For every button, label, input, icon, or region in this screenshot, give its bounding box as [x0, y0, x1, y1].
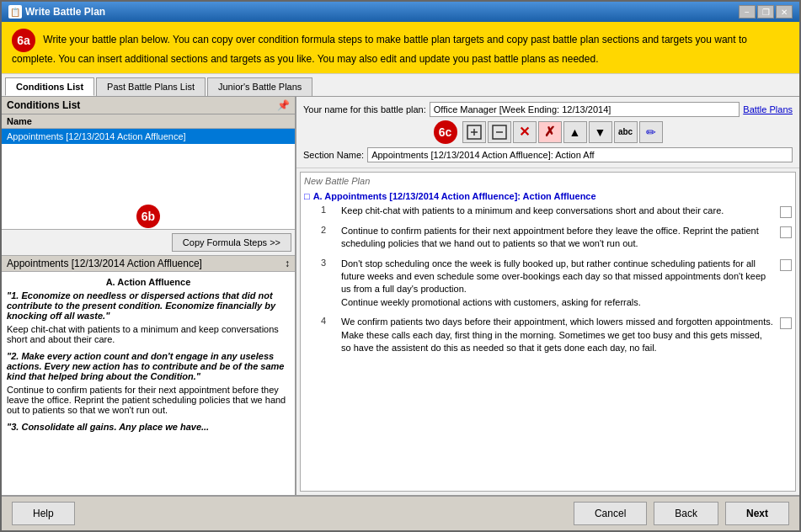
title-buttons: − ❐ ✕ [739, 5, 793, 19]
item-check-2[interactable] [780, 226, 792, 238]
plan-item-2: 2 Continue to confirm patients for their… [304, 225, 792, 251]
lower-section-title: A. Action Affluence [7, 277, 290, 287]
item-text-1: Keep chit-chat with patients to a minimu… [341, 205, 773, 217]
section-name-input[interactable] [367, 147, 793, 162]
plan-item-3: 3 Don't stop scheduling once the week is… [304, 258, 792, 310]
item-num-2: 2 [321, 225, 334, 235]
item-check-1[interactable] [780, 206, 792, 218]
info-text: Write your battle plan below. You can co… [12, 34, 747, 65]
main-window: 📋 Write Battle Plan − ❐ ✕ 6a Write your … [0, 0, 801, 532]
item-num-4: 4 [321, 316, 334, 326]
name-column-header: Name [2, 114, 295, 129]
delete-button[interactable]: ✕ [513, 121, 537, 143]
item-check-3[interactable] [780, 259, 792, 271]
minimize-button[interactable]: − [739, 5, 756, 19]
cancel-button[interactable]: Cancel [574, 502, 647, 525]
abc-button[interactable]: abc [614, 121, 638, 143]
lower-list-content[interactable]: A. Action Affluence "1. Economize on nee… [2, 272, 295, 495]
tabs-area: Conditions List Past Battle Plans List J… [2, 74, 799, 97]
lower-list-title: Appointments [12/13/2014 Action Affluenc… [7, 258, 202, 269]
formula-item-1-detail: Keep chit-chat with patients to a minimu… [7, 324, 290, 344]
section-name-label: Section Name: [303, 150, 364, 160]
move-down-button[interactable]: ▼ [589, 121, 612, 143]
main-content: Conditions List 📌 Name Appointments [12/… [2, 97, 799, 495]
item-num-3: 3 [321, 258, 334, 268]
item-text-2: Continue to confirm patients for their n… [341, 225, 773, 251]
footer-right-buttons: Cancel Back Next [574, 502, 789, 525]
tab-past-battle-plans[interactable]: Past Battle Plans List [96, 77, 206, 96]
close-button[interactable]: ✕ [776, 5, 793, 19]
right-top-controls: Your name for this battle plan: Battle P… [296, 97, 799, 168]
plan-section-header: □ A. Appointments [12/13/2014 Action Aff… [304, 191, 792, 201]
lower-scroll-arrow: ↕ [285, 258, 290, 269]
item-text-3: Don't stop scheduling once the week is f… [341, 258, 773, 310]
tab-conditions[interactable]: Conditions List [5, 77, 94, 96]
badge-6a: 6a [12, 29, 35, 52]
info-bar: 6a Write your battle plan below. You can… [2, 22, 799, 74]
help-button[interactable]: Help [12, 502, 75, 525]
right-panel: Your name for this battle plan: Battle P… [296, 97, 799, 495]
battle-plan-name-input[interactable] [430, 102, 740, 117]
plan-item-4: 4 We confirm patients two days before th… [304, 316, 792, 354]
battle-plan-title: New Battle Plan [304, 176, 792, 186]
battle-plan-area[interactable]: New Battle Plan □ A. Appointments [12/13… [300, 172, 796, 492]
pin-icon[interactable]: 📌 [277, 99, 290, 111]
name-label: Your name for this battle plan: [303, 104, 426, 114]
footer: Help Cancel Back Next [2, 495, 799, 530]
edit-button[interactable]: ✏ [639, 121, 663, 143]
formula-item-2-bold: "2. Make every action count and don't en… [7, 351, 290, 381]
name-row: Your name for this battle plan: Battle P… [303, 102, 793, 117]
collapse-icon[interactable]: □ [304, 191, 310, 201]
toolbar-row: 6c ✕ ✗ ▲ ▼ abc ✏ [303, 120, 793, 144]
conditions-list-header: Conditions List 📌 [2, 97, 295, 114]
back-button[interactable]: Back [654, 502, 718, 525]
badge-6b: 6b [136, 205, 160, 228]
list-item[interactable]: Appointments [12/13/2014 Action Affluenc… [2, 129, 295, 144]
window-title: Write Battle Plan [25, 6, 105, 18]
item-num-1: 1 [321, 205, 334, 215]
formula-item-2-detail: Continue to confirm patients for their n… [7, 385, 290, 415]
next-button[interactable]: Next [725, 502, 789, 525]
insert-target-button[interactable] [488, 121, 511, 143]
copy-formula-steps-button[interactable]: Copy Formula Steps >> [172, 233, 291, 252]
formula-item-3-bold: "3. Consolidate all gains. Any place we … [7, 422, 290, 432]
item-text-4: We confirm patients two days before thei… [341, 316, 773, 354]
restore-button[interactable]: ❐ [757, 5, 774, 19]
insert-section-button[interactable] [462, 121, 486, 143]
move-up-button[interactable]: ▲ [563, 121, 587, 143]
section-row: Section Name: [303, 147, 793, 162]
window-icon: 📋 [8, 5, 22, 19]
tab-juniors-battle-plans[interactable]: Junior's Battle Plans [207, 77, 312, 96]
plan-section-name: A. Appointments [12/13/2014 Action Afflu… [313, 191, 596, 201]
left-panel: Conditions List 📌 Name Appointments [12/… [2, 97, 296, 495]
plan-item-1: 1 Keep chit-chat with patients to a mini… [304, 205, 792, 218]
item-check-4[interactable] [780, 317, 792, 329]
x-mark-button[interactable]: ✗ [538, 121, 562, 143]
formula-item-1-bold: "1. Economize on needless or dispersed a… [7, 290, 290, 321]
lower-list-header: Appointments [12/13/2014 Action Affluenc… [2, 256, 295, 272]
title-bar-left: 📋 Write Battle Plan [8, 5, 105, 19]
conditions-list-label: Conditions List [7, 99, 80, 111]
battle-plans-link[interactable]: Battle Plans [743, 104, 793, 114]
badge-6c: 6c [434, 120, 457, 144]
title-bar: 📋 Write Battle Plan − ❐ ✕ [2, 2, 799, 22]
